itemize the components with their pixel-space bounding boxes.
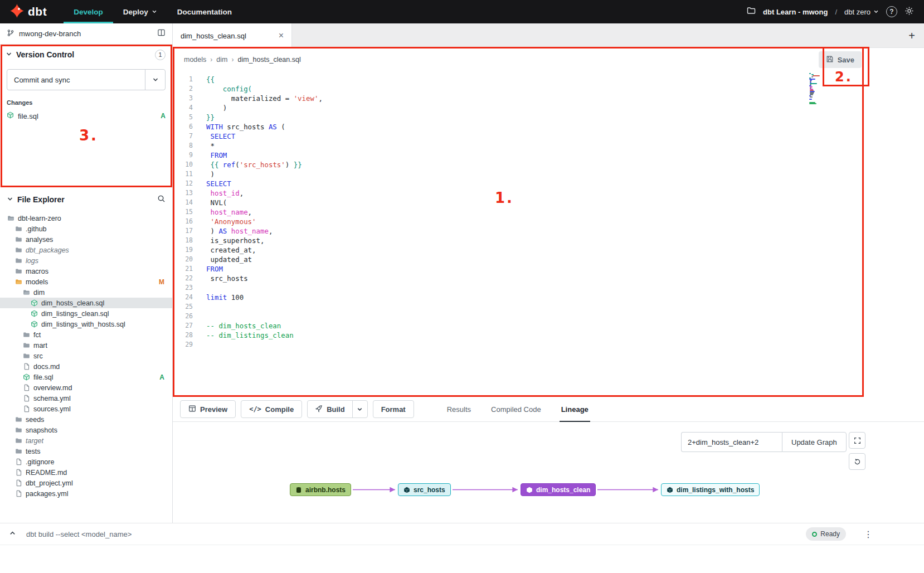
preview-table-icon: [188, 405, 196, 414]
code-line-28[interactable]: 28-- dim_listings_clean: [173, 331, 924, 340]
code-line-15[interactable]: 15 host_name,: [173, 207, 924, 217]
tree-item-dim[interactable]: dim: [0, 287, 172, 298]
lineage-node-dim_listings_with_hosts[interactable]: dim_listings_with_hosts: [661, 483, 760, 496]
tree-item-.github[interactable]: .github: [0, 224, 172, 234]
code-line-13[interactable]: 13 host_id,: [173, 188, 924, 198]
new-tab-icon[interactable]: +: [908, 30, 915, 42]
code-line-12[interactable]: 12SELECT: [173, 179, 924, 188]
code-line-7[interactable]: 7 SELECT: [173, 132, 924, 141]
code-line-5[interactable]: 5}}: [173, 113, 924, 122]
dbt-logo[interactable]: dbt: [10, 4, 47, 20]
code-line-23[interactable]: 23: [173, 283, 924, 293]
tab-dim-hosts-clean[interactable]: dim_hosts_clean.sql ×: [173, 23, 292, 48]
tree-item-dim_listings_clean.sql[interactable]: dim_listings_clean.sql: [0, 308, 172, 319]
tree-item-snapshots[interactable]: snapshots: [0, 425, 172, 435]
tree-item-overview.md[interactable]: overview.md: [0, 382, 172, 393]
tree-item-src[interactable]: src: [0, 351, 172, 361]
project-name[interactable]: dbt Learn - mwong: [763, 8, 828, 16]
commit-and-sync-button[interactable]: Commit and sync: [7, 69, 166, 90]
breadcrumb-models[interactable]: models: [184, 56, 206, 64]
git-status-added: A: [161, 112, 166, 120]
compile-button[interactable]: </> Compile: [241, 400, 302, 418]
tree-item-dim_hosts_clean.sql[interactable]: dim_hosts_clean.sql: [0, 298, 172, 308]
code-line-14[interactable]: 14 NVL(: [173, 198, 924, 207]
tree-item-tests[interactable]: tests: [0, 446, 172, 457]
tree-item-dbt_project.yml[interactable]: dbt_project.yml: [0, 478, 172, 488]
code-line-29[interactable]: 29: [173, 340, 924, 349]
command-input[interactable]: dbt build --select <model_name>: [26, 530, 132, 538]
tree-item-logs[interactable]: logs: [0, 255, 172, 266]
version-control-header[interactable]: Version Control 1: [0, 45, 172, 65]
close-icon[interactable]: ×: [279, 31, 284, 41]
code-line-18[interactable]: 18 is_superhost,: [173, 236, 924, 245]
search-icon[interactable]: [157, 195, 166, 205]
tree-item-mart[interactable]: mart: [0, 340, 172, 351]
tree-item-analyses[interactable]: analyses: [0, 234, 172, 245]
code-line-8[interactable]: 8 *: [173, 141, 924, 150]
minimap[interactable]: [809, 73, 821, 105]
tree-item-fct[interactable]: fct: [0, 329, 172, 340]
code-line-9[interactable]: 9 FROM: [173, 150, 924, 160]
code-line-19[interactable]: 19 created_at,: [173, 245, 924, 255]
build-options-chevron[interactable]: [352, 401, 367, 417]
preview-button[interactable]: Preview: [180, 400, 236, 418]
code-line-10[interactable]: 10 {{ ref('src_hosts') }}: [173, 160, 924, 169]
lineage-node-airbnb.hosts[interactable]: airbnb.hosts: [290, 483, 351, 496]
code-line-27[interactable]: 27-- dim_hosts_clean: [173, 321, 924, 331]
tree-item-sources.yml[interactable]: sources.yml: [0, 404, 172, 414]
lineage-canvas[interactable]: airbnb.hostssrc_hostsdim_hosts_cleandim_…: [173, 422, 924, 523]
left-sidebar: mwong-dev-branch Version Control 1 Commi…: [0, 23, 173, 523]
code-line-21[interactable]: 21FROM: [173, 264, 924, 274]
chevron-down-icon: [7, 195, 13, 205]
code-line-25[interactable]: 25: [173, 302, 924, 312]
tree-item-dbt_packages[interactable]: dbt_packages: [0, 245, 172, 255]
breadcrumb-dim[interactable]: dim: [206, 56, 227, 64]
code-line-6[interactable]: 6WITH src_hosts AS (: [173, 122, 924, 132]
tree-item-file.sql[interactable]: file.sqlA: [0, 372, 172, 382]
code-line-16[interactable]: 16 'Anonymous': [173, 217, 924, 226]
nav-deploy[interactable]: Deploy: [113, 0, 167, 23]
build-button[interactable]: Build: [308, 401, 352, 417]
tree-item-dbt-learn-zero[interactable]: dbt-learn-zero: [0, 213, 172, 224]
tree-item-dim_listings_with_hosts.sql[interactable]: dim_listings_with_hosts.sql: [0, 319, 172, 329]
tree-item-.gitignore[interactable]: .gitignore: [0, 457, 172, 467]
split-view-icon[interactable]: [157, 28, 166, 39]
tab-lineage[interactable]: Lineage: [560, 397, 590, 422]
chevron-up-icon[interactable]: [9, 529, 16, 539]
tree-item-macros[interactable]: macros: [0, 266, 172, 276]
nav-documentation[interactable]: Documentation: [167, 0, 242, 23]
tree-item-target[interactable]: target: [0, 435, 172, 446]
code-line-20[interactable]: 20 updated_at: [173, 255, 924, 264]
code-line-17[interactable]: 17 ) AS host_name,: [173, 226, 924, 236]
tree-item-packages.yml[interactable]: packages.yml: [0, 488, 172, 499]
code-line-24[interactable]: 24limit 100: [173, 293, 924, 302]
top-navbar: dbt Develop Deploy Documentation dbt Lea…: [0, 0, 924, 23]
branch-name[interactable]: mwong-dev-branch: [19, 30, 81, 38]
file-explorer-header[interactable]: File Explorer: [0, 187, 172, 212]
save-button[interactable]: Save: [819, 51, 862, 68]
tree-item-seeds[interactable]: seeds: [0, 414, 172, 425]
help-icon[interactable]: ?: [886, 6, 897, 17]
nav-develop[interactable]: Develop: [64, 0, 113, 23]
kebab-menu-icon[interactable]: ⋮: [864, 529, 873, 540]
changed-file-name: file.sql: [18, 112, 38, 120]
tree-item-models[interactable]: modelsM: [0, 276, 172, 287]
code-editor[interactable]: 1{{2 config(3 materialized = 'view',4 )5…: [173, 71, 924, 397]
breadcrumb-file[interactable]: dim_hosts_clean.sql: [227, 56, 300, 64]
format-button[interactable]: Format: [373, 400, 414, 418]
tab-results[interactable]: Results: [445, 397, 473, 422]
code-line-11[interactable]: 11 ): [173, 169, 924, 179]
file-icon: [14, 479, 22, 487]
tree-item-schema.yml[interactable]: schema.yml: [0, 393, 172, 404]
settings-gear-icon[interactable]: [904, 6, 914, 18]
tree-item-README.md[interactable]: README.md: [0, 467, 172, 478]
chevron-down-icon[interactable]: [145, 70, 165, 90]
changed-file-row[interactable]: file.sql A: [0, 109, 172, 123]
code-line-26[interactable]: 26: [173, 312, 924, 321]
code-line-22[interactable]: 22 src_hosts: [173, 274, 924, 283]
tab-compiled-code[interactable]: Compiled Code: [489, 397, 543, 422]
environment-selector[interactable]: dbt zero: [844, 8, 879, 16]
lineage-node-src_hosts[interactable]: src_hosts: [398, 483, 451, 496]
tree-item-docs.md[interactable]: docs.md: [0, 361, 172, 372]
lineage-node-dim_hosts_clean[interactable]: dim_hosts_clean: [521, 483, 596, 496]
